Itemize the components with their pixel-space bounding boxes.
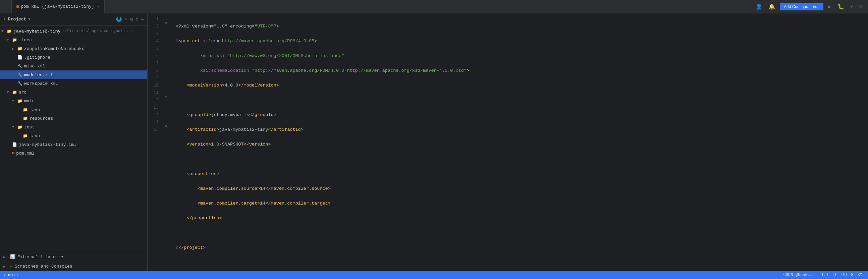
avatar-icon[interactable]: 👤 — [754, 3, 764, 11]
tab-pom-xml[interactable]: m pom.xml (java-mybatis2-tiny) ✕ — [11, 0, 105, 13]
add-configuration-button[interactable]: Add Configuration... — [780, 3, 824, 10]
code-line-6 — [176, 97, 868, 104]
line-number: 2 — [148, 23, 161, 30]
tree-item-label: workspace.xml — [24, 81, 58, 86]
git-branch[interactable]: ⑂ main — [3, 273, 18, 277]
folder-icon: 📁 — [12, 37, 17, 42]
xml-icon: 🔧 — [18, 72, 23, 78]
xml-icon: 🔧 — [18, 64, 23, 69]
tree-item-resources[interactable]: ▶ 📁 resources — [0, 114, 147, 123]
arrow-icon: ▼ — [12, 99, 18, 103]
fold-icon[interactable]: ⊖ — [165, 95, 167, 99]
filter-icon[interactable]: ⊟ — [130, 17, 133, 22]
cursor-position[interactable]: 1:1 — [821, 273, 829, 277]
tree-item-main[interactable]: ▼ 📁 main — [0, 97, 147, 105]
tree-item-pom[interactable]: ▶ m pom.xml — [0, 149, 147, 158]
line-number: 11 — [148, 89, 161, 97]
folder-icon: 📁 — [18, 99, 23, 104]
minimize-icon[interactable]: — — [141, 17, 144, 22]
sidebar: ▪ Project ▼ 🌐 ≡ ⊟ ⚙ — ▼ 📁 java-mybatis2-… — [0, 13, 148, 271]
tree-item-zeppelin[interactable]: ▶ 📁 ZeppelinRemoteNotebooks — [0, 44, 147, 53]
gutter: ⊖ ⊖ ⊖ — [164, 13, 171, 271]
code-line-7: <groupId>jstudy.mybatis</groupId> — [176, 111, 868, 119]
tree-item-modules-xml[interactable]: ▶ 🔧 modules.xml — [0, 70, 147, 79]
tree-item-label: modules.xml — [24, 72, 53, 78]
tree-item-java-src[interactable]: ▶ 📁 java — [0, 105, 147, 114]
tree-item-label: .idea — [19, 37, 32, 42]
file-type[interactable]: XML — [857, 273, 865, 277]
line-sep[interactable]: LF — [832, 273, 837, 277]
line-number: 15 — [148, 119, 161, 126]
line-number: 13 — [148, 104, 161, 111]
tab-label: pom.xml (java-mybatis2-tiny) — [21, 4, 94, 9]
line-number: 9 — [148, 74, 161, 82]
tree-item-subtitle: ~/Projects/tmp/java-mybatis... — [62, 29, 135, 34]
dropdown-arrow-icon[interactable]: ▼ — [28, 18, 31, 22]
line-number: 8 — [148, 67, 161, 74]
code-line-10 — [176, 156, 868, 163]
settings-icon[interactable]: ⚙ — [858, 3, 864, 11]
tree-item-root[interactable]: ▼ 📁 java-mybatis2-tiny ~/Projects/tmp/ja… — [0, 27, 147, 35]
line-number: 12 — [148, 97, 161, 104]
line-number: 7 — [148, 60, 161, 67]
editor-area: 1 2 3 4 5 6 7 8 9 10 11 12 13 14 15 16 ⊖… — [148, 13, 868, 271]
file-tree: ▼ 📁 java-mybatis2-tiny ~/Projects/tmp/ja… — [0, 26, 147, 252]
sidebar-item-scratches[interactable]: ▶ ✏ Scratches and Consoles — [0, 261, 147, 271]
libs-icon: 📊 — [10, 254, 16, 259]
arrow-icon: ▼ — [1, 29, 7, 33]
globe-icon[interactable]: 🌐 — [116, 17, 122, 22]
code-line-12: <maven.compiler.source>14</maven.compile… — [176, 185, 868, 192]
code-line-3: xmlns:xsi="http://www.w3.org/2001/XMLSch… — [176, 52, 868, 60]
tree-item-label: resources — [30, 116, 53, 121]
profile-icon[interactable]: ⚡ — [849, 3, 855, 11]
collapse-all-icon[interactable]: ≡ — [124, 17, 127, 22]
arrow-icon: ▼ — [7, 38, 12, 42]
sidebar-item-external-libraries[interactable]: ▶ 📊 External Libraries — [0, 252, 147, 261]
code-line-2: ⊟<project xmlns="http://maven.apache.org… — [176, 37, 868, 45]
folder-icon: 📁 — [18, 46, 23, 51]
folder-icon: ▪ — [3, 17, 6, 22]
tree-item-test[interactable]: ▼ 📁 test — [0, 123, 147, 131]
tree-item-label: src — [19, 90, 27, 95]
code-line-11: <properties> — [176, 170, 868, 178]
tree-item-iml[interactable]: ▶ 📄 java-mybatis2-tiny.iml — [0, 140, 147, 149]
scratches-icon: ✏ — [10, 264, 13, 269]
tree-item-misc-xml[interactable]: ▶ 🔧 misc.xml — [0, 62, 147, 70]
tree-item-label: pom.xml — [16, 151, 35, 156]
resources-folder-icon: 📁 — [23, 116, 28, 121]
sidebar-item-label: External Libraries — [18, 254, 64, 259]
code-line-4: xsi:schemaLocation="http://maven.apache.… — [176, 67, 868, 74]
line-number: 1 — [148, 16, 161, 23]
sidebar-item-label: Scratches and Consoles — [15, 264, 72, 269]
test-source-folder-icon: 📁 — [23, 133, 28, 138]
tree-item-label: java — [30, 107, 40, 112]
run-icon[interactable]: ▶ — [827, 3, 833, 11]
watermark: CSDN @hunkciai — [783, 273, 817, 277]
expand-arrow-icon: ▶ — [3, 264, 8, 269]
source-folder-icon: 📁 — [23, 107, 28, 112]
tree-item-workspace-xml[interactable]: ▶ 🔧 workspace.xml — [0, 79, 147, 88]
fold-icon[interactable]: ⊖ — [165, 124, 167, 128]
debug-icon[interactable]: 🐛 — [836, 3, 845, 11]
gear-icon[interactable]: ⚙ — [135, 17, 138, 22]
fold-icon[interactable]: ⊖ — [165, 21, 167, 25]
top-bar-right: 👤 🔔 Add Configuration... ▶ 🐛 ⚡ ⚙ — [750, 3, 868, 11]
line-number: 3 — [148, 30, 161, 37]
gitignore-icon: 📄 — [18, 55, 23, 60]
encoding[interactable]: UTF-8 — [841, 273, 853, 277]
line-number: 14 — [148, 111, 161, 119]
xml-icon: 🔧 — [18, 81, 23, 86]
tree-item-java-test[interactable]: ▶ 📁 java — [0, 131, 147, 140]
sidebar-bottom: ▶ 📊 External Libraries ▶ ✏ Scratches and… — [0, 252, 147, 271]
tab-close-icon[interactable]: ✕ — [98, 4, 100, 9]
tree-item-label: java-mybatis2-tiny.iml — [19, 142, 76, 147]
tree-item-gitignore[interactable]: ▶ 📄 .gitignore — [0, 53, 147, 62]
notification-icon[interactable]: 🔔 — [767, 3, 776, 11]
code-line-5: <modelVersion>4.0.0</modelVersion> — [176, 82, 868, 89]
tree-item-label: ZeppelinRemoteNotebooks — [24, 46, 84, 51]
tree-item-src[interactable]: ▼ 📁 src — [0, 88, 147, 97]
main-layout: ▪ Project ▼ 🌐 ≡ ⊟ ⚙ — ▼ 📁 java-mybatis2-… — [0, 13, 868, 271]
tree-item-idea[interactable]: ▼ 📁 .idea — [0, 35, 147, 44]
code-editor[interactable]: <?xml version="1.0" encoding="UTF-8"?> ⊟… — [171, 13, 868, 271]
line-number: 16 — [148, 126, 161, 133]
